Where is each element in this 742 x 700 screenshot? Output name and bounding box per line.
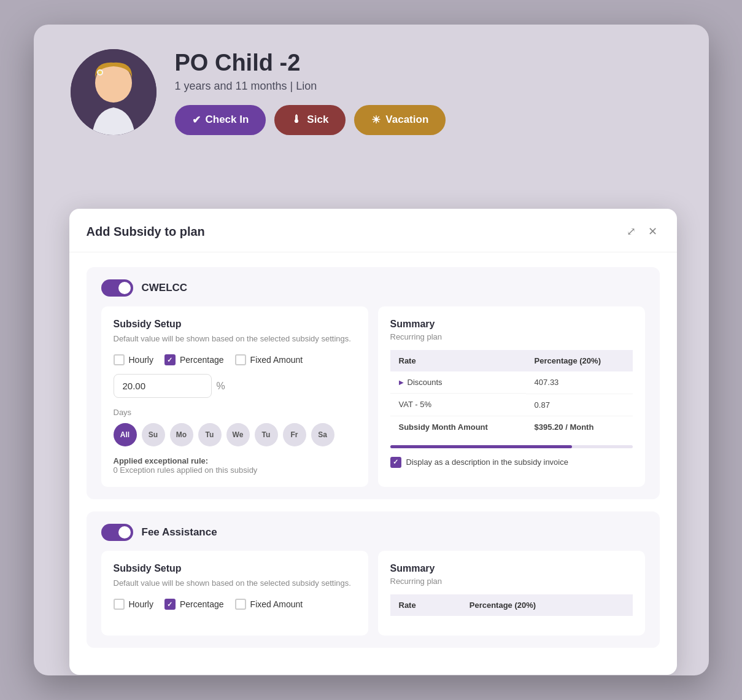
display-checkbox[interactable]	[390, 457, 401, 468]
checkin-label: Check In	[206, 114, 249, 126]
header-area: PO Child -2 1 years and 11 months | Lion…	[34, 25, 709, 154]
child-meta: 1 years and 11 months | Lion	[175, 80, 672, 93]
fee-percentage-checkbox-item[interactable]: Percentage	[164, 599, 224, 610]
fee-summary-subtitle: Recurring plan	[390, 577, 633, 586]
vacation-label: Vacation	[385, 114, 428, 126]
fee-fixed-amount-label: Fixed Amount	[250, 599, 303, 609]
avatar	[71, 49, 157, 135]
modal-controls: ⤢ ✕	[624, 222, 660, 241]
fee-hourly-label: Hourly	[129, 599, 153, 609]
cwelcc-content: Subsidy Setup Default value will be show…	[101, 306, 645, 487]
cwelcc-exception-title: Applied exceptional rule:	[114, 456, 209, 465]
subsidy-month-row: Subsidy Month Amount $395.20 / Month	[390, 416, 633, 438]
cwelcc-summary-subtitle: Recurring plan	[390, 332, 633, 341]
triangle-icon: ▶	[399, 379, 404, 386]
fixed-amount-checkbox-item[interactable]: Fixed Amount	[235, 354, 303, 365]
vacation-button[interactable]: ☀ Vacation	[354, 105, 446, 135]
cwelcc-value-input[interactable]	[114, 374, 212, 398]
fee-subsidy-setup: Subsidy Setup Default value will be show…	[101, 551, 368, 636]
fee-summary-title: Summary	[390, 563, 633, 574]
cwelcc-unit-label: %	[217, 381, 225, 392]
cwelcc-setup-title: Subsidy Setup	[114, 319, 356, 330]
day-sa[interactable]: Sa	[311, 423, 334, 446]
progress-bar-container	[390, 445, 633, 448]
fee-fixed-amount-checkbox-item[interactable]: Fixed Amount	[235, 599, 303, 610]
day-tu2[interactable]: Tu	[255, 423, 278, 446]
cwelcc-toggle-row: CWELCC	[101, 279, 645, 297]
rate-header: Rate	[390, 350, 526, 371]
action-buttons: ✔ Check In 🌡 Sick ☀ Vacation	[175, 105, 672, 135]
day-mo[interactable]: Mo	[170, 423, 193, 446]
header-info: PO Child -2 1 years and 11 months | Lion…	[175, 50, 672, 135]
day-tu1[interactable]: Tu	[198, 423, 222, 446]
modal-header: Add Subsidy to plan ⤢ ✕	[69, 209, 677, 252]
fee-fixed-amount-checkbox[interactable]	[235, 599, 246, 610]
rate-value-header: Percentage (20%)	[526, 350, 633, 371]
display-label: Display as a description in the subsidy …	[406, 457, 568, 467]
fee-hourly-checkbox[interactable]	[114, 599, 125, 610]
day-we[interactable]: We	[226, 423, 250, 446]
thermometer-icon: 🌡	[292, 114, 302, 126]
fee-assistance-section: Fee Assistance Subsidy Setup Default val…	[87, 511, 660, 648]
discounts-value: 407.33	[526, 371, 633, 394]
cwelcc-days-label: Days	[114, 408, 356, 417]
percentage-label: Percentage	[180, 355, 224, 365]
fee-checkbox-row: Hourly Percentage Fixed Amount	[114, 599, 356, 610]
sick-button[interactable]: 🌡 Sick	[274, 105, 346, 135]
checkin-icon: ✔	[192, 114, 201, 126]
fee-rate-header: Rate	[390, 594, 461, 616]
subsidy-month-value: $395.20 / Month	[526, 416, 633, 438]
fee-percentage-checkbox[interactable]	[164, 599, 176, 610]
fee-hourly-checkbox-item[interactable]: Hourly	[114, 599, 153, 610]
cwelcc-toggle[interactable]	[101, 279, 133, 297]
cwelcc-exception-desc: 0 Exception rules applied on this subsid…	[114, 465, 258, 475]
svg-point-3	[98, 71, 102, 74]
hourly-label: Hourly	[129, 355, 153, 365]
fee-percentage-label: Percentage	[180, 599, 224, 609]
close-button[interactable]: ✕	[646, 222, 660, 241]
progress-bar-fill	[390, 445, 572, 448]
modal: Add Subsidy to plan ⤢ ✕ CWELCC Subsidy S…	[69, 209, 677, 675]
cwelcc-checkbox-row: Hourly Percentage Fixed Amount	[114, 354, 356, 365]
fee-assistance-content: Subsidy Setup Default value will be show…	[101, 551, 645, 636]
fee-assistance-label: Fee Assistance	[142, 526, 217, 539]
fee-summary-panel: Summary Recurring plan Rate Percentage (…	[378, 551, 645, 636]
fixed-amount-label: Fixed Amount	[250, 355, 303, 365]
fee-summary-table: Rate Percentage (20%)	[390, 594, 633, 616]
sick-label: Sick	[307, 114, 328, 126]
hourly-checkbox[interactable]	[114, 354, 125, 365]
cwelcc-setup-desc: Default value will be shown based on the…	[114, 333, 356, 344]
vat-row: VAT - 5% 0.87	[390, 394, 633, 416]
percentage-checkbox-item[interactable]: Percentage	[164, 354, 224, 365]
subsidy-month-label: Subsidy Month Amount	[390, 416, 526, 438]
fee-setup-title: Subsidy Setup	[114, 563, 356, 574]
discounts-row: ▶ Discounts 407.33	[390, 371, 633, 394]
cwelcc-summary-title: Summary	[390, 319, 633, 330]
vat-value: 0.87	[526, 394, 633, 416]
percentage-checkbox[interactable]	[164, 354, 176, 365]
child-name: PO Child -2	[175, 50, 672, 76]
day-fr[interactable]: Fr	[283, 423, 306, 446]
fee-setup-desc: Default value will be shown based on the…	[114, 578, 356, 589]
fee-assistance-toggle-row: Fee Assistance	[101, 524, 645, 541]
discounts-label: ▶ Discounts	[390, 371, 526, 394]
cwelcc-days-row: All Su Mo Tu We Tu Fr Sa	[114, 423, 356, 446]
modal-title: Add Subsidy to plan	[87, 225, 205, 239]
cwelcc-exception-rule: Applied exceptional rule: 0 Exception ru…	[114, 456, 356, 475]
expand-button[interactable]: ⤢	[624, 222, 638, 241]
hourly-checkbox-item[interactable]: Hourly	[114, 354, 153, 365]
cwelcc-section: CWELCC Subsidy Setup Default value will …	[87, 267, 660, 499]
cwelcc-summary-panel: Summary Recurring plan Rate Percentage (…	[378, 306, 645, 487]
checkin-button[interactable]: ✔ Check In	[175, 105, 266, 135]
fixed-amount-checkbox[interactable]	[235, 354, 246, 365]
outer-card: PO Child -2 1 years and 11 months | Lion…	[34, 25, 709, 675]
fee-rate-value-header: Percentage (20%)	[461, 594, 633, 616]
sun-icon: ☀	[371, 114, 381, 126]
vat-label: VAT - 5%	[390, 394, 526, 416]
cwelcc-subsidy-setup: Subsidy Setup Default value will be show…	[101, 306, 368, 487]
day-all[interactable]: All	[114, 423, 137, 446]
fee-assistance-toggle[interactable]	[101, 524, 133, 541]
modal-body: CWELCC Subsidy Setup Default value will …	[69, 252, 677, 675]
display-checkbox-row: Display as a description in the subsidy …	[390, 457, 633, 468]
day-su[interactable]: Su	[142, 423, 165, 446]
